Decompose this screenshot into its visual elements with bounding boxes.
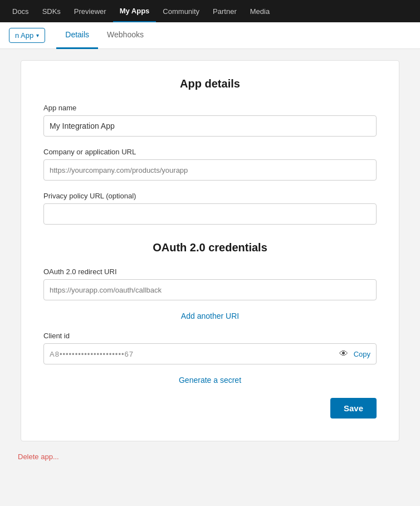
app-name-group: App name [43, 104, 377, 137]
delete-app-link[interactable]: Delete app... [9, 453, 68, 461]
nav-item-community[interactable]: Community [156, 0, 206, 22]
client-id-group: Client id A8•••••••••••••••••••••67 👁 Co… [43, 332, 377, 364]
app-name-label: App name [43, 104, 377, 112]
oauth-redirect-input[interactable] [43, 279, 377, 300]
nav-item-media[interactable]: Media [243, 0, 276, 22]
client-id-value: A8•••••••••••••••••••••67 [50, 350, 339, 358]
page-content: App details App name Company or applicat… [0, 49, 420, 473]
app-details-card: App details App name Company or applicat… [21, 60, 399, 441]
privacy-url-label: Privacy policy URL (optional) [43, 192, 377, 200]
app-dropdown-button[interactable]: n App ▾ [9, 28, 45, 43]
client-id-row: A8•••••••••••••••••••••67 👁 Copy [43, 343, 377, 364]
sub-nav-tabs: Details Webhooks [56, 22, 153, 49]
client-id-label: Client id [43, 332, 377, 340]
generate-secret-link[interactable]: Generate a secret [43, 376, 377, 385]
company-url-group: Company or application URL [43, 148, 377, 181]
nav-item-partner[interactable]: Partner [206, 0, 243, 22]
app-details-title: App details [43, 77, 377, 90]
save-button[interactable]: Save [330, 398, 377, 419]
privacy-url-group: Privacy policy URL (optional) [43, 192, 377, 225]
app-button-label: n App [15, 31, 33, 40]
oauth-redirect-group: OAuth 2.0 redirect URI [43, 267, 377, 300]
tab-webhooks[interactable]: Webhooks [98, 22, 153, 49]
tab-details[interactable]: Details [56, 22, 98, 49]
app-name-input[interactable] [43, 115, 377, 137]
add-uri-link[interactable]: Add another URI [43, 312, 377, 320]
client-id-icons: 👁 Copy [339, 349, 370, 359]
nav-item-docs[interactable]: Docs [6, 0, 36, 22]
nav-item-sdks[interactable]: SDKs [36, 0, 67, 22]
save-button-row: Save [43, 398, 377, 419]
top-navigation: Docs SDKs Previewer My Apps Community Pa… [0, 0, 420, 22]
nav-item-previewer[interactable]: Previewer [67, 0, 113, 22]
sub-navigation: n App ▾ Details Webhooks [0, 22, 420, 49]
oauth-section: OAuth 2.0 credentials OAuth 2.0 redirect… [43, 241, 377, 320]
oauth-title: OAuth 2.0 credentials [43, 241, 377, 254]
company-url-label: Company or application URL [43, 148, 377, 156]
oauth-redirect-label: OAuth 2.0 redirect URI [43, 267, 377, 276]
eye-icon[interactable]: 👁 [339, 349, 348, 359]
company-url-input[interactable] [43, 159, 377, 181]
nav-item-myapps[interactable]: My Apps [113, 0, 157, 22]
copy-button[interactable]: Copy [354, 350, 370, 358]
chevron-down-icon: ▾ [36, 32, 39, 38]
privacy-url-input[interactable] [43, 203, 377, 225]
